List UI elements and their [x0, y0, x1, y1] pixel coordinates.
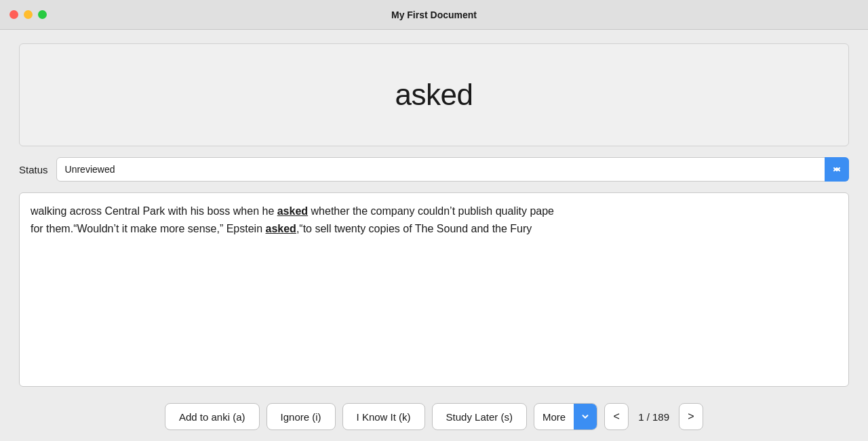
word-card: asked — [19, 43, 849, 146]
status-row: Status Unreviewed Reviewed Known Ignored — [19, 157, 849, 182]
titlebar: My First Document — [0, 0, 868, 30]
nav-wrapper: < 1 / 189 > — [604, 403, 703, 430]
status-select-wrapper: Unreviewed Reviewed Known Ignored — [56, 157, 849, 182]
maximize-button[interactable] — [38, 10, 47, 19]
status-label: Status — [19, 164, 48, 175]
context-text-before1: walking across Central Park with his bos… — [31, 205, 277, 217]
context-highlight1: asked — [277, 205, 308, 217]
ignore-button[interactable]: Ignore (i) — [267, 403, 336, 430]
word-display: asked — [395, 78, 473, 112]
main-content: asked Status Unreviewed Reviewed Known I… — [0, 30, 868, 398]
status-select[interactable]: Unreviewed Reviewed Known Ignored — [56, 157, 849, 182]
nav-prev-button[interactable]: < — [604, 403, 629, 430]
close-button[interactable] — [9, 10, 18, 19]
context-highlight2: asked — [266, 223, 296, 234]
more-button-label[interactable]: More — [534, 404, 574, 429]
context-area: walking across Central Park with his bos… — [19, 192, 849, 387]
context-text: walking across Central Park with his bos… — [31, 203, 837, 237]
nav-next-button[interactable]: > — [679, 403, 703, 430]
study-later-button[interactable]: Study Later (s) — [432, 403, 527, 430]
add-to-anki-button[interactable]: Add to anki (a) — [165, 403, 260, 430]
context-text-after1: whether the company couldn’t publish qua… — [308, 205, 554, 217]
window-controls — [9, 10, 47, 19]
more-button-wrapper: More — [534, 403, 597, 430]
window-title: My First Document — [391, 9, 477, 20]
context-text-before2: for them.“Wouldn’t it make more sense,” … — [31, 223, 266, 234]
page-counter: 1 / 189 — [633, 411, 675, 423]
minimize-button[interactable] — [24, 10, 33, 19]
i-know-it-button[interactable]: I Know It (k) — [342, 403, 425, 430]
context-text-after2: ,“to sell twenty copies of The Sound and… — [296, 223, 532, 234]
bottom-toolbar: Add to anki (a) Ignore (i) I Know It (k)… — [0, 398, 868, 441]
more-dropdown-arrow[interactable] — [574, 404, 597, 429]
